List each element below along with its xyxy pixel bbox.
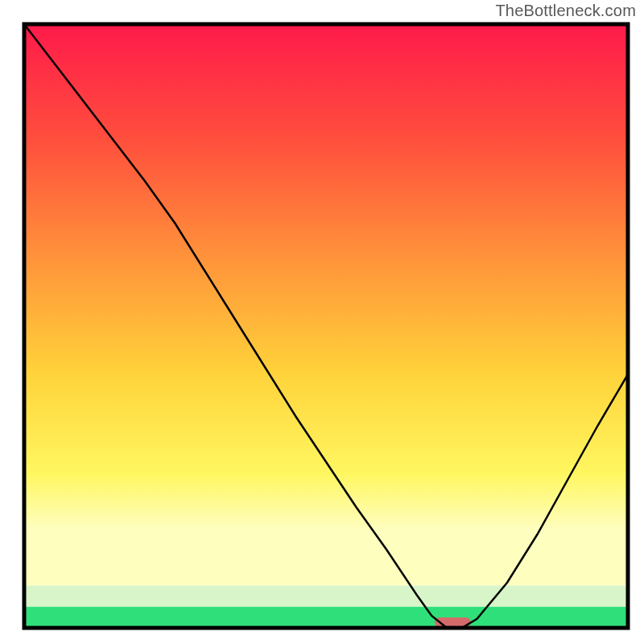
plot-area (24, 24, 628, 628)
pale-band (24, 586, 628, 607)
background-gradient (24, 24, 628, 586)
chart-svg (0, 0, 644, 644)
chart-frame: TheBottleneck.com (0, 0, 644, 644)
green-band (24, 607, 628, 628)
